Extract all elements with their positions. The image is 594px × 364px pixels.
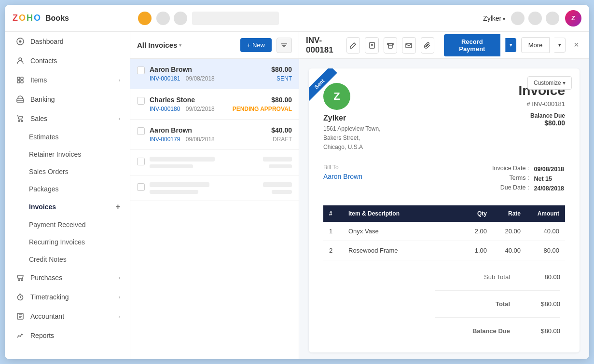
invoice-checkbox-2[interactable] bbox=[137, 97, 145, 105]
purchases-icon bbox=[16, 273, 25, 282]
invoice-num-2: INV-000180 bbox=[150, 106, 180, 112]
sidebar-item-items[interactable]: Items › bbox=[5, 70, 130, 90]
sidebar-item-timetracking[interactable]: Timetracking › bbox=[5, 287, 130, 307]
top-icon-1[interactable] bbox=[511, 12, 525, 25]
sidebar-item-banking[interactable]: Banking bbox=[5, 90, 130, 109]
sidebar-item-purchases[interactable]: Purchases › bbox=[5, 268, 130, 287]
sidebar-item-sales[interactable]: Sales ‹ bbox=[5, 109, 130, 128]
nav-dot-1 bbox=[156, 12, 170, 25]
total-val: $80.00 bbox=[515, 298, 564, 310]
invoices-plus-icon[interactable]: + bbox=[116, 202, 120, 211]
record-payment-dropdown-button[interactable]: ▾ bbox=[505, 38, 516, 52]
invoice-row-1[interactable]: Aaron Brown INV-000181 09/08/2018 $80.00… bbox=[130, 59, 299, 89]
attachment-button[interactable] bbox=[421, 37, 434, 54]
invoice-info-1: Aaron Brown INV-000181 09/08/2018 bbox=[150, 66, 266, 82]
edit-button[interactable] bbox=[346, 37, 360, 54]
sales-orders-label: Sales Orders bbox=[29, 168, 69, 175]
list-header: All Invoices + New bbox=[130, 32, 299, 59]
invoice-dates: Invoice Date : 09/08/2018 Terms : Net 15… bbox=[491, 164, 565, 194]
total-label: Total bbox=[431, 298, 514, 310]
balance-row: Balance Due $80.00 bbox=[431, 325, 564, 337]
terms-val: Net 15 bbox=[534, 175, 564, 183]
subtotal-label: Sub Total bbox=[431, 271, 514, 283]
svg-point-1 bbox=[19, 40, 22, 43]
close-detail-button[interactable]: × bbox=[570, 38, 582, 53]
balance-due-amount: $80.00 bbox=[519, 119, 565, 127]
sidebar-sub-sales-orders[interactable]: Sales Orders bbox=[5, 163, 130, 180]
detail-content: Customize ▾ Z Zylker 1561 Appleview Town… bbox=[299, 59, 589, 359]
email-button[interactable] bbox=[402, 37, 415, 54]
pdf-button[interactable] bbox=[365, 37, 378, 54]
sidebar-sub-invoices[interactable]: Invoices + bbox=[5, 198, 130, 216]
top-icon-2[interactable] bbox=[528, 12, 542, 25]
svg-rect-5 bbox=[17, 81, 20, 83]
li1-amount: 40.00 bbox=[526, 222, 565, 241]
sidebar-item-contacts[interactable]: Contacts bbox=[5, 51, 130, 70]
company-name: Zylker bbox=[323, 114, 381, 122]
invoice-card: Customize ▾ Z Zylker 1561 Appleview Town… bbox=[309, 68, 580, 352]
list-panel: All Invoices + New Aaron Brown INV-00018… bbox=[130, 32, 299, 359]
sidebar-item-dashboard[interactable]: Dashboard bbox=[5, 32, 130, 51]
invoice-right-1: $80.00 SENT bbox=[271, 66, 292, 82]
purchases-chevron-icon: › bbox=[119, 275, 120, 281]
more-button[interactable]: More bbox=[521, 37, 550, 53]
nav-dot-2 bbox=[174, 12, 187, 25]
customize-button[interactable]: Customize ▾ bbox=[527, 76, 572, 90]
sidebar-item-accountant[interactable]: Accountant › bbox=[5, 307, 130, 326]
col-desc: Item & Description bbox=[343, 205, 459, 222]
invoice-checkbox-1[interactable] bbox=[137, 67, 145, 74]
svg-rect-21 bbox=[370, 42, 374, 48]
sidebar-sub-recurring-invoices[interactable]: Recurring Invoices bbox=[5, 233, 130, 251]
detail-panel: INV-000181 Record Payment ▾ bbox=[299, 32, 589, 359]
svg-rect-3 bbox=[17, 77, 20, 80]
invoice-row-2[interactable]: Charles Stone INV-000180 09/02/2018 $80.… bbox=[130, 89, 299, 120]
svg-point-12 bbox=[21, 280, 22, 281]
totals-section: Sub Total 80.00 Total $80.00 Balance Due bbox=[323, 270, 565, 338]
svg-point-10 bbox=[22, 121, 23, 122]
sidebar-sub-credit-notes[interactable]: Credit Notes bbox=[5, 251, 130, 268]
balance-label: Balance Due bbox=[431, 325, 514, 337]
new-button[interactable]: + New bbox=[240, 38, 272, 52]
sidebar-sub-estimates[interactable]: Estimates bbox=[5, 128, 130, 146]
sidebar-label-purchases: Purchases bbox=[30, 274, 113, 282]
sidebar-item-reports[interactable]: Reports bbox=[5, 326, 130, 345]
invoice-meta-2: INV-000180 09/02/2018 bbox=[150, 106, 228, 112]
avatar[interactable]: Z bbox=[565, 10, 581, 27]
sidebar-sub-payment-received[interactable]: Payment Received bbox=[5, 216, 130, 233]
record-payment-button[interactable]: Record Payment bbox=[444, 34, 500, 56]
top-search-bar[interactable] bbox=[192, 12, 279, 25]
svg-rect-6 bbox=[21, 81, 23, 83]
subtotal-val: 80.00 bbox=[515, 271, 564, 283]
sidebar-label-contacts: Contacts bbox=[30, 57, 120, 65]
li2-qty: 1.00 bbox=[459, 241, 493, 260]
org-name[interactable]: Zylker bbox=[483, 14, 505, 22]
invoice-amount-2: $80.00 bbox=[233, 96, 292, 104]
bill-to-label: Bill To bbox=[323, 164, 362, 171]
sidebar-label-accountant: Accountant bbox=[30, 312, 113, 320]
li2-rate: 40.00 bbox=[493, 241, 526, 260]
items-icon bbox=[16, 76, 25, 84]
sidebar-label-timetracking: Timetracking bbox=[30, 293, 113, 301]
top-icon-3[interactable] bbox=[546, 12, 559, 25]
print-button[interactable] bbox=[384, 37, 397, 54]
invoice-date-3: 09/08/2018 bbox=[186, 136, 215, 143]
invoice-row-3[interactable]: Aaron Brown INV-000179 09/08/2018 $40.00… bbox=[130, 120, 299, 150]
bill-to-name[interactable]: Aaron Brown bbox=[323, 173, 362, 180]
sidebar-sub-retainer-invoices[interactable]: Retainer Invoices bbox=[5, 146, 130, 163]
packages-label: Packages bbox=[29, 185, 58, 193]
top-right: Zylker Z bbox=[483, 10, 581, 27]
line-item-1: 1 Onyx Vase 2.00 20.00 40.00 bbox=[323, 222, 565, 241]
invoice-amount-3: $40.00 bbox=[271, 126, 292, 134]
all-invoices-dropdown[interactable]: All Invoices bbox=[137, 41, 181, 49]
logo-books: Books bbox=[45, 14, 69, 23]
top-nav-dots bbox=[156, 12, 187, 25]
invoice-top-row: Z Zylker 1561 Appleview Town, Bakers Str… bbox=[323, 83, 565, 152]
detail-header: INV-000181 Record Payment ▾ bbox=[299, 32, 589, 59]
sidebar-sub-packages[interactable]: Packages bbox=[5, 180, 130, 198]
more-dropdown-button[interactable]: ▾ bbox=[554, 38, 566, 53]
invoice-info-3: Aaron Brown INV-000179 09/08/2018 bbox=[150, 126, 266, 143]
logo-o: O bbox=[19, 13, 26, 23]
filter-button[interactable] bbox=[276, 38, 292, 53]
invoice-checkbox-3[interactable] bbox=[137, 127, 145, 135]
company-address-1: 1561 Appleview Town, bbox=[323, 124, 381, 134]
